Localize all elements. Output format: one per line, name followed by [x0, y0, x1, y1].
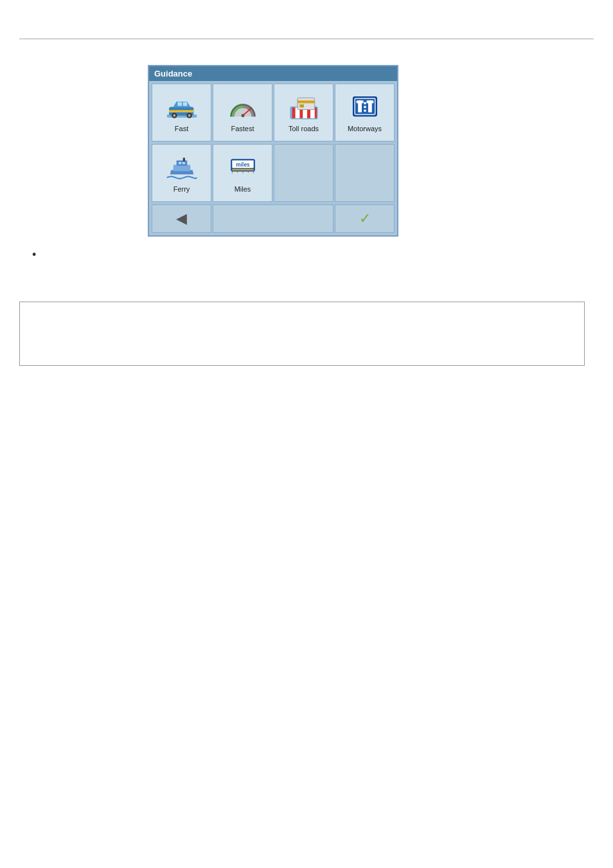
top-divider: [19, 39, 594, 39]
svg-rect-20: [298, 100, 315, 103]
svg-rect-2: [177, 102, 182, 106]
svg-rect-25: [356, 100, 363, 103]
svg-rect-3: [182, 102, 187, 106]
dialog-title: Guidance: [154, 69, 192, 78]
svg-rect-29: [364, 106, 366, 108]
empty-cell-1: [274, 144, 333, 202]
miles-label: Miles: [235, 185, 251, 193]
toll-roads-label: Toll roads: [289, 125, 319, 132]
fast-cell[interactable]: Fast: [152, 84, 211, 141]
miles-cell[interactable]: miles Miles: [213, 144, 272, 202]
svg-rect-21: [299, 104, 304, 107]
ferry-label: Ferry: [173, 185, 190, 193]
svg-point-6: [173, 114, 175, 117]
svg-text:miles: miles: [236, 162, 250, 168]
svg-rect-39: [232, 169, 253, 171]
ferry-cell[interactable]: Ferry: [152, 144, 211, 202]
guidance-grid-row1: Fast: [149, 81, 397, 144]
speedometer-icon: [226, 94, 260, 122]
empty-cell-2: [335, 144, 395, 202]
svg-rect-15: [314, 107, 316, 118]
svg-point-8: [188, 114, 190, 117]
ferry-icon: [164, 154, 199, 183]
svg-rect-32: [176, 161, 187, 166]
back-button[interactable]: ◀: [152, 204, 211, 233]
check-icon: ✓: [359, 210, 371, 227]
svg-rect-12: [292, 107, 295, 118]
svg-rect-19: [298, 98, 315, 109]
bullet-section: •: [32, 247, 41, 263]
back-arrow-icon: ◀: [176, 210, 187, 227]
miles-icon: miles: [226, 154, 260, 183]
motorway-icon: [348, 94, 382, 122]
dialog-title-bar: Guidance: [149, 66, 397, 81]
svg-rect-34: [182, 162, 184, 164]
svg-rect-35: [182, 158, 184, 161]
svg-rect-30: [364, 110, 366, 112]
svg-rect-28: [364, 102, 366, 104]
svg-rect-33: [179, 162, 181, 164]
fast-label: Fast: [175, 125, 188, 132]
content-area: Guidance: [0, 59, 613, 366]
svg-rect-27: [366, 100, 373, 103]
svg-point-10: [241, 114, 244, 117]
confirm-button[interactable]: ✓: [335, 204, 395, 233]
svg-rect-4: [169, 110, 193, 112]
guidance-dialog: Guidance: [148, 65, 398, 237]
page-container: Guidance: [0, 0, 613, 868]
bottom-empty-space: [213, 204, 333, 233]
fastest-label: Fastest: [231, 125, 254, 132]
motorways-cell[interactable]: Motorways: [335, 84, 395, 141]
motorways-label: Motorways: [348, 125, 382, 132]
info-box: [19, 302, 585, 366]
fastest-cell[interactable]: Fastest: [213, 84, 272, 141]
guidance-bottom-bar: ◀ ✓: [149, 204, 397, 235]
bullet-dot: •: [32, 247, 36, 263]
toll-icon: [287, 94, 321, 122]
car-icon: [164, 94, 199, 122]
toll-roads-cell[interactable]: Toll roads: [274, 84, 333, 141]
guidance-grid-row2: Ferry miles: [149, 144, 397, 204]
